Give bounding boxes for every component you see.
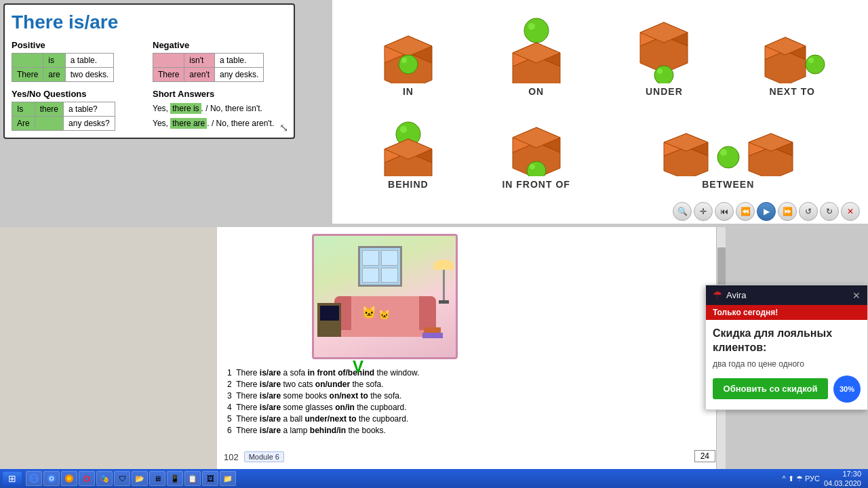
avira-close-button[interactable]: ✕ — [852, 290, 861, 301]
positive-label: Positive — [12, 40, 146, 50]
page-number: 102 — [224, 452, 239, 462]
taskbar-app8[interactable]: 🖥 — [149, 471, 165, 486]
taskbar-app12[interactable]: 📁 — [220, 471, 236, 486]
grammar-popup: There is/are Positive is a table. There … — [3, 3, 295, 139]
svg-point-23 — [808, 58, 814, 63]
prev-button[interactable]: ⏪ — [736, 202, 755, 221]
cell — [153, 54, 184, 68]
page-number-box: 24 — [694, 450, 715, 462]
negative-table: isn't a table. There aren't any desks. — [153, 53, 264, 82]
cat-illustration: 🐱 — [361, 305, 376, 320]
taskbar-app10[interactable]: 📋 — [184, 471, 201, 486]
on-illustration — [502, 16, 570, 83]
short-answers-label: Short Answers — [153, 89, 287, 99]
refresh-button[interactable]: ↻ — [820, 202, 839, 221]
avira-notification: ☂ Avira ✕ Только сегодня! Скидка для лоя… — [705, 285, 868, 410]
taskbar-app7[interactable]: 📂 — [132, 471, 148, 486]
grammar-bottom-section: Yes/No Questions Is there a table? Are a… — [12, 89, 287, 131]
add-button[interactable]: ✛ — [694, 202, 713, 221]
cell — [12, 54, 43, 68]
next-to-label: NEXT TO — [769, 86, 814, 97]
avira-logo-icon: ☂ — [713, 289, 722, 302]
close-media-button[interactable]: ✕ — [841, 202, 860, 221]
cell: Is — [12, 102, 35, 117]
taskbar: ⊞ O 🎭 🛡 📂 🖥 📱 📋 🖼 📁 ^ ⬆ ☂ РУС 17:30 04.0… — [0, 469, 868, 488]
prep-next-to: NEXT TO — [730, 7, 854, 97]
replay-button[interactable]: ↺ — [799, 202, 818, 221]
svg-point-4 — [399, 55, 418, 74]
avira-promo-bar: Только сегодня! — [706, 305, 867, 320]
svg-point-6 — [524, 18, 549, 43]
cell: any desks? — [64, 117, 115, 131]
avira-body: Скидка для лояльных клиентов: два года п… — [706, 320, 867, 409]
svg-point-22 — [806, 55, 825, 74]
tray-icons-group[interactable]: ^ ⬆ ☂ РУС — [783, 474, 820, 483]
scroll-thumb[interactable] — [717, 247, 726, 288]
zoom-button[interactable]: 🔍 — [673, 202, 692, 221]
cell: Are — [12, 117, 35, 131]
exercise-line-6: 6 There is/are a lamp behind/in the book… — [227, 426, 712, 435]
short-answer-line1: Yes, there is. / No, there isn't. — [153, 102, 287, 117]
svg-point-5 — [401, 58, 407, 63]
table-row: There aren't any desks. — [153, 68, 264, 82]
taskbar-app6[interactable]: 🛡 — [114, 471, 130, 486]
taskbar-app5[interactable]: 🎭 — [96, 471, 113, 486]
exercise-v-marker: V — [353, 357, 363, 376]
prep-between: BETWEEN — [602, 100, 855, 190]
cell: aren't — [184, 68, 215, 82]
in-front-of-label: IN FRONT OF — [502, 179, 570, 190]
table-row: There are two desks. — [12, 68, 114, 82]
module-badge: Module 6 — [244, 451, 284, 462]
avira-update-button[interactable]: Обновить со скидкой — [713, 378, 828, 399]
prepositions-grid: IN ON — [332, 0, 868, 190]
cell: There — [153, 68, 184, 82]
exercise-line-4: 4 There is/are some glasses on/in the cu… — [227, 403, 712, 412]
negative-label: Negative — [153, 40, 287, 50]
taskbar-app11[interactable]: 🖼 — [202, 471, 218, 486]
windows-icon: ⊞ — [8, 473, 16, 484]
tray-time: 17:30 04.03.2020 — [824, 469, 861, 488]
table-row: Is there a table? — [12, 102, 115, 117]
next-to-illustration — [758, 16, 826, 83]
table-row: Are any desks? — [12, 117, 115, 131]
exercise-section: 1 There is/are a sofa in front of/behind… — [227, 366, 712, 437]
taskbar-ie[interactable] — [26, 471, 42, 486]
short-answers-section: Short Answers Yes, there is. / No, there… — [153, 89, 287, 131]
exercise-line-1: 1 There is/are a sofa in front of/behind… — [227, 368, 712, 378]
under-illustration — [630, 16, 698, 83]
svg-point-16 — [654, 66, 673, 83]
taskbar-apps: O 🎭 🛡 📂 🖥 📱 📋 🖼 📁 — [26, 471, 236, 486]
svg-point-40 — [717, 146, 739, 168]
start-button[interactable]: ⊞ — [3, 472, 22, 485]
prepositions-image: IN ON — [332, 0, 868, 224]
taskbar-opera[interactable]: O — [79, 471, 95, 486]
taskbar-app9[interactable]: 📱 — [167, 471, 183, 486]
avira-subtitle: два года по цене одного — [713, 359, 861, 369]
media-controls: 🔍 ✛ ⏮ ⏪ ▶ ⏩ ↺ ↻ ✕ — [673, 202, 860, 221]
next-button[interactable]: ⏩ — [778, 202, 797, 221]
svg-point-41 — [720, 149, 727, 156]
taskbar-firefox[interactable] — [61, 471, 77, 486]
in-front-of-illustration — [502, 108, 570, 176]
avira-title: Avira — [726, 290, 746, 300]
on-label: ON — [528, 86, 544, 97]
cell: there — [35, 102, 63, 117]
expand-button[interactable]: ⤡ — [279, 121, 288, 134]
play-button[interactable]: ▶ — [757, 202, 776, 221]
short-answer-line2: Yes, there are. / No, there aren't. — [153, 117, 287, 131]
books-illustration — [422, 333, 443, 338]
books2-illustration — [424, 327, 441, 333]
cell: isn't — [184, 54, 215, 68]
svg-point-53 — [67, 476, 71, 481]
svg-point-7 — [528, 23, 535, 30]
exercise-line-3: 3 There is/are some books on/next to the… — [227, 391, 712, 401]
skip-start-button[interactable]: ⏮ — [715, 202, 734, 221]
under-label: UNDER — [646, 86, 683, 97]
window-illustration — [358, 246, 402, 287]
cell: is — [43, 54, 65, 68]
table-row: isn't a table. — [153, 54, 264, 68]
taskbar-chrome[interactable] — [43, 471, 60, 486]
system-tray: ^ ⬆ ☂ РУС 17:30 04.03.2020 — [783, 469, 865, 488]
svg-point-17 — [657, 68, 663, 74]
cell: a table? — [64, 102, 115, 117]
